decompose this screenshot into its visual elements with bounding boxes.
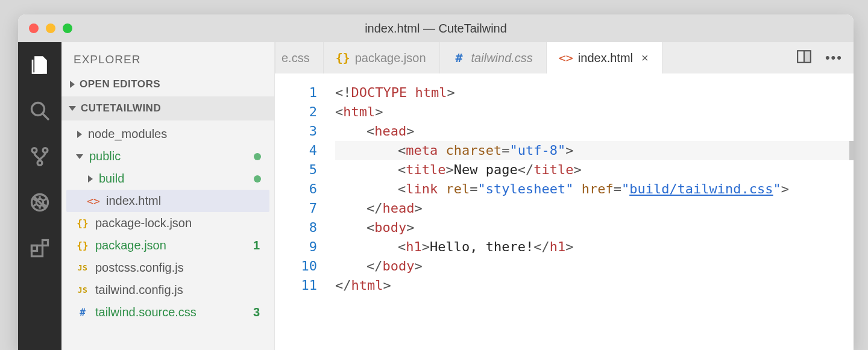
code-line[interactable]: <h1>Hello, there!</h1> [335,237,854,257]
tree-label: postcss.config.js [95,261,263,275]
tree-index-html[interactable]: <> index.html [66,190,269,212]
html-file-icon: <> [87,195,100,207]
json-file-icon: {} [337,51,349,65]
window-maximize-button[interactable] [63,23,72,33]
tree-label: package-lock.json [95,216,263,230]
code-line[interactable]: <!DOCTYPE html> [335,83,854,102]
more-actions-icon[interactable]: ••• [825,51,843,64]
svg-point-0 [32,103,45,116]
tree-package-lock[interactable]: {} package-lock.json [66,212,269,234]
activity-bar [18,42,61,350]
editor-window: index.html — CuteTailwind [18,14,854,350]
tab-label: e.css [281,51,310,65]
line-number: 7 [275,199,317,218]
chevron-right-icon [70,81,75,88]
line-number: 10 [275,257,317,276]
current-line-marker [849,141,854,160]
svg-point-4 [37,161,42,166]
git-modified-dot-icon [254,175,261,183]
line-number: 1 [275,83,317,102]
code-surface[interactable]: 1 2 3 4 5 6 7 8 9 10 11 <!DOCTYPE html><… [275,73,854,350]
line-number: 2 [275,102,317,122]
tree-postcss-config[interactable]: JS postcss.config.js [66,257,269,279]
tab-tailwind-css[interactable]: # tailwind.css [440,42,547,73]
problems-badge: 1 [253,239,260,252]
line-number: 8 [275,218,317,237]
tree-tailwind-source[interactable]: # tailwind.source.css 3 [66,301,269,323]
code-line[interactable]: <meta charset="utf-8"> [335,141,854,160]
tab-truncated-css[interactable]: e.css [275,42,324,73]
hash-file-icon: # [76,307,89,318]
git-modified-dot-icon [254,153,261,160]
project-name-label: CUTETAILWIND [81,102,161,114]
code-line[interactable]: <body> [335,218,854,237]
window-close-button[interactable] [29,23,39,33]
js-file-icon: JS [76,263,89,272]
svg-rect-16 [43,240,48,246]
tab-package-json[interactable]: {} package.json [324,42,440,73]
tab-index-html[interactable]: <> index.html × [547,42,662,73]
line-number: 4 [275,141,317,160]
open-editors-section[interactable]: OPEN EDITORS [61,72,274,96]
json-file-icon: {} [76,240,89,251]
chevron-down-icon [69,106,76,111]
line-number: 9 [275,237,317,257]
explorer-sidebar: EXPLORER OPEN EDITORS CUTETAILWIND node_… [61,42,275,350]
tree-label: build [99,172,248,186]
window-title: index.html — CuteTailwind [18,22,854,36]
close-icon[interactable]: × [641,51,649,65]
line-number: 5 [275,160,317,180]
tree-label: tailwind.config.js [95,283,263,297]
activity-extensions-icon[interactable] [29,237,51,261]
activity-search-icon[interactable] [29,100,51,124]
svg-line-11 [43,199,46,201]
svg-rect-19 [804,51,811,63]
tab-label: package.json [355,51,426,65]
json-file-icon: {} [76,217,89,229]
activity-source-control-icon[interactable] [29,146,51,170]
editor-area: e.css {} package.json # tailwind.css <> … [275,42,854,350]
file-tree: node_modules public build <> index [61,120,274,328]
code-line[interactable]: <link rel="stylesheet" href="build/tailw… [335,180,854,199]
chevron-right-icon [88,175,93,183]
chevron-right-icon [77,131,82,138]
code-line[interactable]: <head> [335,122,854,141]
activity-debug-icon[interactable] [29,192,51,216]
tree-public[interactable]: public [66,145,269,167]
gutter: 1 2 3 4 5 6 7 8 9 10 11 [275,73,329,350]
tree-label: package.json [95,239,247,252]
activity-explorer-icon[interactable] [29,54,51,78]
split-editor-icon[interactable] [796,49,812,67]
tree-tailwind-config[interactable]: JS tailwind.config.js [66,279,269,301]
code-line[interactable]: </head> [335,199,854,218]
tree-label: public [89,149,248,163]
project-section[interactable]: CUTETAILWIND [61,96,274,120]
window-minimize-button[interactable] [46,23,55,33]
tree-label: index.html [106,194,263,208]
code-line[interactable]: <html> [335,102,854,122]
code-content[interactable]: <!DOCTYPE html><html><head><meta charset… [329,73,854,350]
code-line[interactable]: </html> [335,276,854,295]
tabs-row: e.css {} package.json # tailwind.css <> … [275,42,854,73]
open-editors-label: OPEN EDITORS [80,78,160,90]
html-file-icon: <> [560,51,572,65]
line-number: 11 [275,276,317,295]
explorer-title: EXPLORER [61,42,274,72]
code-line[interactable]: </body> [335,257,854,276]
problems-badge: 3 [253,305,260,319]
titlebar: index.html — CuteTailwind [18,14,854,42]
js-file-icon: JS [76,286,89,295]
tree-label: tailwind.source.css [95,305,247,319]
tree-node-modules[interactable]: node_modules [66,123,269,145]
svg-rect-15 [32,246,37,251]
tab-actions: ••• [785,42,854,73]
tree-build[interactable]: build [66,167,269,190]
chevron-down-icon [76,154,83,159]
svg-point-2 [32,148,37,153]
tree-package-json[interactable]: {} package.json 1 [66,234,269,257]
hash-file-icon: # [453,51,465,65]
line-number: 3 [275,122,317,141]
svg-line-1 [43,114,49,120]
svg-point-3 [43,148,48,153]
code-line[interactable]: <title>New page</title> [335,160,854,180]
